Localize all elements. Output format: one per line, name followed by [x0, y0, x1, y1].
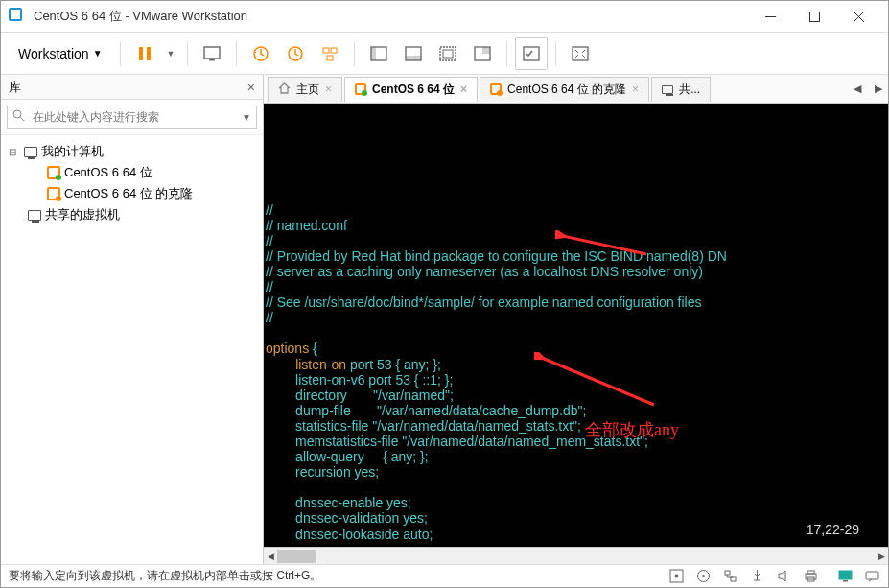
- svg-rect-11: [371, 47, 376, 60]
- vm-console[interactable]: 全部改成any 17,22-29 //// named.conf//// Pro…: [264, 104, 888, 547]
- display-icon[interactable]: [836, 568, 854, 585]
- tab-centos-clone[interactable]: CentOS 6 64 位 的克隆 ×: [480, 77, 649, 102]
- title-bar: CentOS 6 64 位 - VMware Workstation: [1, 1, 888, 33]
- tree-vm-item[interactable]: CentOS 6 64 位: [5, 162, 259, 183]
- svg-rect-32: [807, 571, 814, 574]
- annotation-arrow: [555, 230, 651, 259]
- tree-label: 我的计算机: [41, 143, 104, 160]
- cursor-position: 17,22-29: [807, 522, 859, 537]
- pause-button[interactable]: [129, 37, 161, 70]
- search-dropdown-icon[interactable]: ▼: [242, 112, 251, 123]
- svg-rect-0: [809, 12, 819, 21]
- svg-point-28: [702, 575, 705, 577]
- chevron-down-icon: ▼: [93, 48, 103, 59]
- vm-icon: [47, 187, 60, 200]
- separator: [187, 41, 188, 66]
- tab-close-icon[interactable]: ×: [632, 82, 639, 96]
- svg-point-20: [13, 110, 21, 118]
- revert-button[interactable]: [279, 37, 312, 70]
- separator: [506, 41, 507, 66]
- collapse-icon: ⊟: [9, 147, 20, 157]
- tab-centos[interactable]: CentOS 6 64 位 ×: [344, 77, 478, 102]
- view-stacked-button[interactable]: [397, 37, 430, 70]
- scroll-left-icon[interactable]: ◀: [264, 550, 277, 563]
- scrollbar-thumb[interactable]: [277, 550, 316, 563]
- search-icon: [12, 108, 25, 126]
- computer-icon: [28, 210, 41, 221]
- tree-shared-vms[interactable]: 共享的虚拟机: [5, 204, 259, 225]
- network-icon[interactable]: [721, 568, 738, 585]
- manage-snapshots-button[interactable]: [314, 37, 346, 70]
- usb-icon[interactable]: [748, 568, 765, 585]
- tab-home[interactable]: 主页 ×: [268, 77, 342, 102]
- library-search: ▼: [1, 100, 263, 135]
- computer-icon: [662, 85, 673, 94]
- svg-point-26: [674, 575, 678, 578]
- tree-label: 共享的虚拟机: [45, 206, 120, 223]
- tab-close-icon[interactable]: ×: [325, 82, 332, 96]
- separator: [236, 41, 237, 66]
- tab-label: CentOS 6 64 位: [372, 82, 455, 98]
- window-title: CentOS 6 64 位 - VMware Workstation: [34, 8, 748, 25]
- vm-running-icon: [47, 166, 60, 179]
- chevron-down-icon[interactable]: ▼: [163, 49, 179, 59]
- tree-label: CentOS 6 64 位: [64, 164, 152, 181]
- tree-label: CentOS 6 64 位 的克隆: [64, 185, 193, 202]
- svg-rect-14: [440, 47, 456, 60]
- library-panel: 库 × ▼ ⊟ 我的计算机 CentOS 6 64 位 CentOS 6 64 …: [1, 75, 264, 564]
- library-title: 库: [9, 79, 21, 96]
- tab-shared[interactable]: 共...: [651, 77, 711, 102]
- svg-rect-30: [731, 577, 736, 581]
- svg-rect-1: [139, 47, 143, 60]
- annotation-text: 全部改成any: [585, 420, 679, 440]
- vm-running-icon: [355, 83, 366, 95]
- console-button[interactable]: [196, 37, 228, 70]
- tab-label: CentOS 6 64 位 的克隆: [507, 82, 626, 98]
- messages-icon[interactable]: [863, 568, 880, 585]
- home-icon: [278, 82, 291, 97]
- maximize-button[interactable]: [792, 1, 836, 32]
- separator: [555, 41, 556, 66]
- status-message: 要将输入定向到该虚拟机，请在虚拟机内部单击或按 Ctrl+G。: [9, 568, 658, 584]
- svg-rect-34: [839, 571, 852, 579]
- tree-vm-item[interactable]: CentOS 6 64 位 的克隆: [5, 183, 259, 204]
- svg-rect-18: [524, 47, 539, 60]
- svg-rect-8: [331, 48, 337, 53]
- printer-icon[interactable]: [802, 568, 819, 585]
- tree-root-my-computer[interactable]: ⊟ 我的计算机: [5, 141, 259, 162]
- workstation-menu[interactable]: Workstation ▼: [9, 40, 112, 67]
- tab-close-icon[interactable]: ×: [460, 82, 467, 96]
- sound-icon[interactable]: [775, 568, 792, 585]
- disk-icon[interactable]: [667, 568, 685, 585]
- library-close-button[interactable]: ×: [247, 80, 255, 95]
- unity-button[interactable]: [515, 37, 548, 70]
- horizontal-scrollbar[interactable]: ◀ ▶: [264, 547, 888, 564]
- minimize-button[interactable]: [748, 1, 792, 32]
- library-tree: ⊟ 我的计算机 CentOS 6 64 位 CentOS 6 64 位 的克隆 …: [1, 135, 263, 231]
- svg-rect-9: [327, 56, 333, 60]
- svg-rect-2: [147, 47, 151, 60]
- separator: [120, 41, 121, 66]
- fullscreen-button[interactable]: [564, 37, 597, 70]
- svg-line-22: [563, 236, 646, 254]
- close-button[interactable]: [836, 1, 880, 32]
- svg-rect-3: [204, 47, 220, 59]
- view-thumbnail-button[interactable]: [466, 37, 499, 70]
- toolbar: Workstation ▼ ▼: [1, 33, 888, 75]
- svg-rect-35: [843, 580, 848, 582]
- svg-rect-15: [443, 50, 453, 58]
- library-search-input[interactable]: [7, 106, 257, 129]
- snapshot-button[interactable]: [245, 37, 277, 70]
- scroll-right-icon[interactable]: ▶: [875, 550, 888, 563]
- tab-bar: 主页 × CentOS 6 64 位 × CentOS 6 64 位 的克隆 ×…: [264, 75, 888, 104]
- tab-nav-right[interactable]: ▶: [869, 82, 888, 95]
- svg-line-24: [542, 358, 654, 405]
- computer-icon: [24, 147, 37, 157]
- main-area: 主页 × CentOS 6 64 位 × CentOS 6 64 位 的克隆 ×…: [264, 75, 888, 564]
- cd-icon[interactable]: [694, 568, 712, 585]
- svg-rect-13: [406, 56, 421, 60]
- library-header: 库 ×: [1, 75, 263, 100]
- view-expand-button[interactable]: [432, 37, 464, 70]
- view-single-button[interactable]: [363, 37, 395, 70]
- tab-nav-left[interactable]: ◀: [848, 82, 867, 95]
